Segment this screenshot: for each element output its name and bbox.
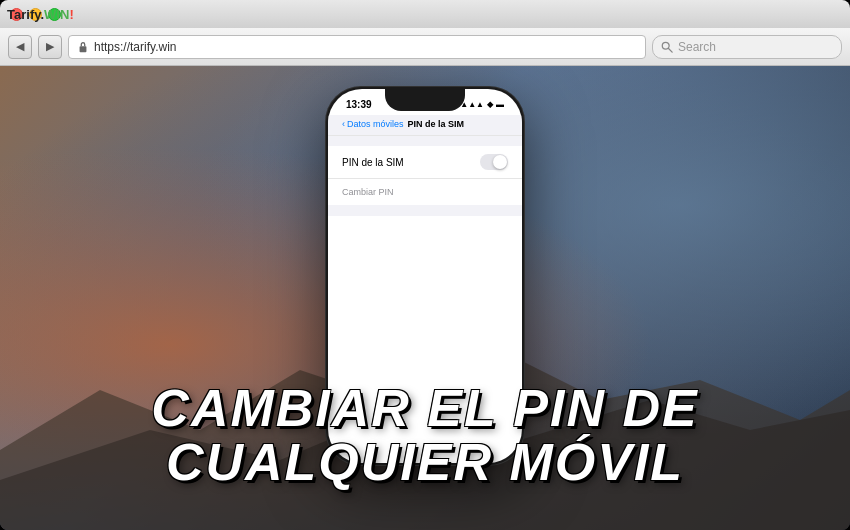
back-link[interactable]: ‹ Datos móviles [342, 119, 404, 129]
back-arrow-icon: ◀ [16, 40, 24, 53]
forward-arrow-icon: ▶ [46, 40, 54, 53]
url-text: https://tarify.win [94, 40, 176, 54]
settings-row-change-pin[interactable]: Cambiar PIN [328, 179, 522, 205]
screen-header: ‹ Datos móviles PIN de la SIM [328, 115, 522, 136]
search-placeholder-text: Search [678, 40, 716, 54]
content-area: 13:39 ▲▲▲ ◆ ▬ ‹ Datos móviles PI [0, 66, 850, 530]
settings-section: PIN de la SIM Cambiar PIN [328, 146, 522, 205]
wifi-status-icon: ◆ [487, 100, 493, 109]
heading-line2: CUALQUIER MÓVIL [40, 435, 810, 490]
battery-status-icon: ▬ [496, 100, 504, 109]
screen-title: PIN de la SIM [408, 119, 465, 129]
toggle-knob [493, 155, 507, 169]
status-icons: ▲▲▲ ◆ ▬ [460, 100, 504, 109]
phone-notch [385, 89, 465, 111]
title-bar: Tarify.WIN! [0, 0, 850, 28]
lock-icon [77, 41, 89, 53]
search-bar[interactable]: Search [652, 35, 842, 59]
screen-body: PIN de la SIM Cambiar PIN [328, 136, 522, 216]
chevron-left-icon: ‹ [342, 119, 345, 129]
browser-window: Tarify.WIN! ◀ ▶ https://tarify.win Searc… [0, 0, 850, 530]
pin-label: PIN de la SIM [342, 157, 404, 168]
window-title: Tarify.WIN! [7, 7, 840, 22]
svg-rect-0 [80, 46, 87, 52]
logo-text-win: WIN [44, 7, 69, 22]
browser-toolbar: ◀ ▶ https://tarify.win Search [0, 28, 850, 66]
logo-text-exclaim: ! [69, 7, 73, 22]
svg-line-2 [668, 48, 672, 52]
back-button[interactable]: ◀ [8, 35, 32, 59]
status-time: 13:39 [346, 99, 372, 110]
search-icon [661, 41, 673, 53]
change-pin-label: Cambiar PIN [342, 187, 394, 197]
pin-toggle[interactable] [480, 154, 508, 170]
settings-row-pin[interactable]: PIN de la SIM [328, 146, 522, 179]
forward-button[interactable]: ▶ [38, 35, 62, 59]
logo-text-black: Tarify. [7, 7, 44, 22]
main-heading: CAMBIAR EL PIN DE CUALQUIER MÓVIL [40, 381, 810, 490]
back-link-text: Datos móviles [347, 119, 404, 129]
heading-line1: CAMBIAR EL PIN DE [40, 381, 810, 436]
address-bar[interactable]: https://tarify.win [68, 35, 646, 59]
overlay-text-container: CAMBIAR EL PIN DE CUALQUIER MÓVIL [0, 381, 850, 490]
